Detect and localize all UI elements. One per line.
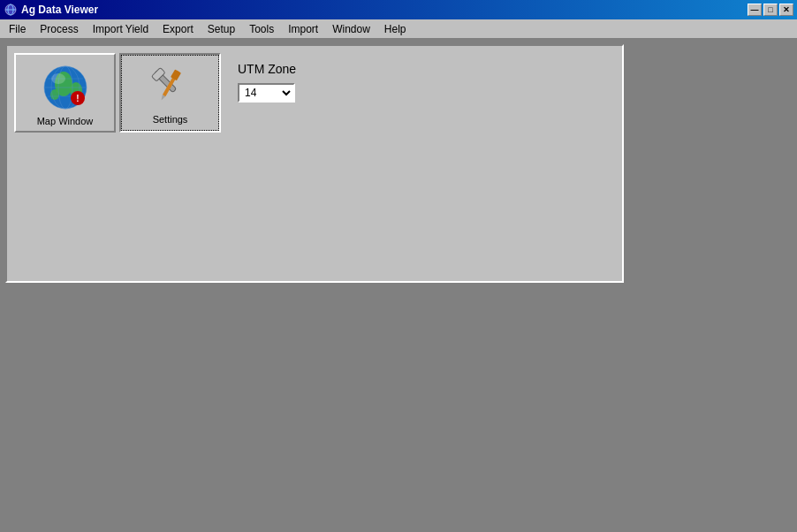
menu-item-import-yield[interactable]: Import Yield (86, 21, 156, 37)
tools-settings-icon (146, 62, 194, 110)
utm-zone-label: UTM Zone (238, 62, 296, 76)
menu-item-import[interactable]: Import (281, 21, 325, 37)
app-icon (4, 3, 18, 17)
menu-bar: FileProcessImport YieldExportSetupToolsI… (0, 19, 797, 39)
settings-button[interactable]: Settings (119, 53, 221, 133)
menu-item-setup[interactable]: Setup (201, 21, 242, 37)
menu-item-tools[interactable]: Tools (242, 21, 281, 37)
map-window-button[interactable]: ! Map Window (14, 53, 116, 133)
utm-zone-panel: UTM Zone 101112131415161718 (224, 53, 309, 111)
title-bar: Ag Data Viewer — □ ✕ (0, 0, 797, 19)
menu-item-file[interactable]: File (2, 21, 33, 37)
right-dark-panel (629, 39, 797, 532)
app-title: Ag Data Viewer (21, 4, 748, 16)
menu-item-help[interactable]: Help (377, 21, 414, 37)
menu-item-export[interactable]: Export (156, 21, 201, 37)
maximize-button[interactable]: □ (763, 4, 778, 16)
main-content: ! Map Window Settings (0, 39, 797, 532)
svg-text:!: ! (76, 94, 79, 103)
menu-item-window[interactable]: Window (325, 21, 377, 37)
menu-item-process[interactable]: Process (33, 21, 85, 37)
close-button[interactable]: ✕ (779, 4, 793, 16)
map-window-label: Map Window (37, 116, 94, 126)
utm-zone-select[interactable]: 101112131415161718 (238, 83, 295, 103)
window-controls: — □ ✕ (748, 4, 793, 16)
minimize-button[interactable]: — (748, 4, 762, 16)
svg-point-13 (51, 73, 65, 84)
globe-icon: ! (39, 59, 92, 112)
settings-label: Settings (153, 114, 188, 125)
inner-panel: ! Map Window Settings (5, 44, 624, 283)
